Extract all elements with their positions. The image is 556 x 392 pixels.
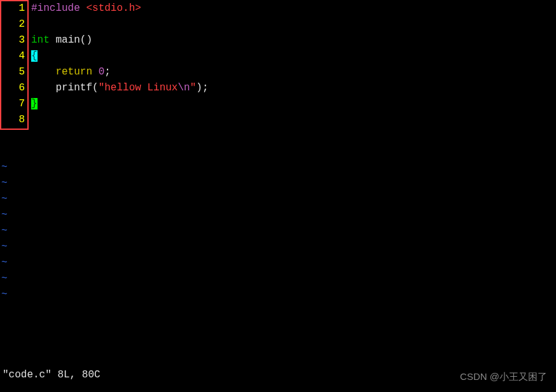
- empty-line-tilde: ~: [0, 159, 556, 175]
- status-bar: "code.c" 8L, 80C: [3, 369, 101, 381]
- gutter-highlight-box: [0, 0, 29, 130]
- line-content: #include <stdio.h>: [29, 3, 141, 14]
- empty-line-tilde: ~: [0, 223, 556, 239]
- code-line: 3 int main(): [0, 32, 556, 48]
- token-string: ": [190, 82, 197, 94]
- token-type: int: [31, 34, 50, 46]
- token-punct: ): [196, 82, 202, 94]
- token-punct: (: [92, 82, 99, 94]
- line-content: int main(): [29, 34, 92, 46]
- token-indent: [31, 82, 55, 94]
- code-line: 2: [0, 16, 556, 32]
- line-content: return 0;: [29, 66, 111, 78]
- code-line: 8: [0, 111, 556, 127]
- empty-line-tilde: ~: [0, 239, 556, 255]
- token-number: 0: [99, 66, 105, 78]
- line-content: printf("hellow Linux\n");: [29, 82, 208, 94]
- token-include: <stdio.h>: [86, 3, 141, 14]
- empty-line-tilde: ~: [0, 255, 556, 270]
- token-escape: \n: [177, 82, 190, 94]
- token-punct: (): [80, 34, 92, 46]
- code-line: 7 }: [0, 95, 556, 111]
- token-space: [50, 34, 56, 46]
- token-identifier: main: [55, 34, 80, 46]
- token-preproc: #include: [31, 3, 86, 14]
- line-content: {: [29, 50, 38, 62]
- token-punct: ;: [104, 66, 111, 78]
- token-space: [92, 66, 99, 78]
- token-identifier: printf: [55, 82, 92, 94]
- token-keyword: return: [55, 66, 92, 78]
- code-line: 4 {: [0, 48, 556, 64]
- code-line: 5 return 0;: [0, 64, 556, 80]
- token-string: ": [99, 82, 105, 94]
- token-indent: [31, 66, 55, 78]
- token-punct: ;: [202, 82, 209, 94]
- code-line: 1 #include <stdio.h>: [0, 0, 556, 16]
- empty-line-tilde: ~: [0, 270, 556, 286]
- empty-line-tilde: ~: [0, 191, 556, 207]
- code-line: 6 printf("hellow Linux\n");: [0, 80, 556, 95]
- token-string: hellow Linux: [104, 82, 177, 94]
- watermark: CSDN @小王又困了: [460, 371, 547, 383]
- empty-line-tilde: ~: [0, 207, 556, 223]
- line-content: }: [29, 98, 38, 109]
- token-brace-match: {: [31, 50, 38, 62]
- token-brace-cursor: }: [31, 98, 38, 109]
- editor-area[interactable]: 1 #include <stdio.h> 2 3 int main() 4 { …: [0, 0, 556, 360]
- empty-line-tilde: ~: [0, 286, 556, 302]
- empty-line-tilde: ~: [0, 175, 556, 191]
